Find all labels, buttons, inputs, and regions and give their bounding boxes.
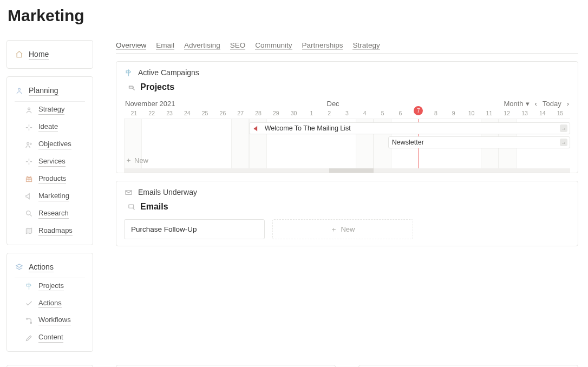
svg-point-3 [30,143,31,145]
chevron-right-icon: › [567,100,569,108]
calendar-event-newsletter[interactable]: Newsletter → [388,136,570,148]
calendar-body[interactable]: 7 Welcome To The Mailing List → Newslett… [124,119,570,168]
tab-label: SEO [230,41,246,50]
calendar-left-label: November 2021 [125,100,175,108]
calendar-event-welcome[interactable]: Welcome To The Mailing List → [249,122,570,134]
tab-strategy[interactable]: Strategy [352,40,380,53]
calendar-next-button[interactable]: › [567,100,569,108]
sidebar-sub-label: Research [38,209,69,219]
signpost-arrow-icon [127,83,136,91]
planning-item-services[interactable]: Services [24,155,85,169]
megaphone-red-icon [253,124,262,133]
home-icon [15,50,23,59]
megaphone-icon [24,192,33,201]
person-icon [24,106,33,114]
sidebar-sub-label: Workflows [38,316,71,325]
calendar-day-header: 1 [303,110,321,116]
calendar-day-header: 12 [498,110,516,116]
calendar-day-column[interactable] [213,119,231,168]
event-label: Welcome To The Mailing List [265,124,351,132]
sidebar-sub-label: Objectives [38,140,71,149]
calendar-day-header: 25 [196,110,214,116]
person-icon [15,87,23,95]
planning-item-objectives[interactable]: Objectives [24,137,85,152]
projects-heading: Projects [140,82,174,92]
planning-item-research[interactable]: Research [24,207,85,221]
calendar-today-button[interactable]: Today [543,100,561,108]
calendar-day-column[interactable] [195,119,213,168]
tab-advertising[interactable]: Advertising [184,40,220,53]
sparkle-icon [24,123,33,132]
actions-item-workflows[interactable]: Workflows [24,313,85,327]
actions-item-content[interactable]: Content [24,331,85,345]
key-objectives-card: Key Objectives Objectives 40% Email Open… [116,365,336,367]
sidebar-sub-label: Products [38,174,66,184]
tab-label: Strategy [352,41,380,50]
sparkle-icon [24,158,33,166]
email-add-new[interactable]: ＋ New [272,219,413,239]
gift-icon [24,175,33,184]
sidebar-sub-label: Roadmaps [38,226,73,236]
calendar-day-header: 28 [250,110,267,116]
calendar-day-header: 29 [267,110,285,116]
svg-point-6 [26,318,28,319]
arrow-right-icon: → [560,139,567,146]
svg-point-0 [18,88,20,90]
search-icon [24,209,33,218]
people-icon [24,140,33,149]
map-icon [24,227,33,235]
calendar-day-column[interactable] [231,119,249,168]
calendar-day-header: 13 [516,110,534,116]
tab-email[interactable]: Email [156,40,174,53]
layers-icon [15,263,23,271]
calendar-day-header: 10 [462,110,480,116]
calendar-add-new[interactable]: ＋ New [125,155,148,165]
tab-label: Community [255,41,292,50]
svg-point-7 [30,322,32,324]
calendar-day-header: 5 [374,110,391,116]
svg-point-5 [26,211,30,215]
tab-label: Overview [116,41,146,50]
tab-label: Advertising [184,41,220,50]
calendar-day-column[interactable] [178,119,195,168]
calendar-day-header: 24 [178,110,196,116]
tab-label: Partnerships [302,41,343,50]
actions-item-actions[interactable]: Actions [24,297,85,311]
sidebar-heading-actions[interactable]: Actions [15,260,85,274]
sidebar-sub-label: Services [38,157,66,167]
calendar-day-header: 14 [533,110,551,116]
signpost-icon [124,68,133,77]
sidebar-sub-label: Content [38,333,63,343]
calendar-scrollbar[interactable] [124,168,570,173]
calendar-day-header: 26 [214,110,232,116]
sidebar-group-actions: Actions ProjectsActionsWorkflowsContent [6,253,93,352]
calendar-day-column[interactable] [160,119,178,168]
plus-icon: ＋ [125,155,132,165]
actions-item-projects[interactable]: Projects [24,279,85,293]
planning-item-products[interactable]: Products [24,172,85,186]
section-title: Emails Underway [138,188,197,196]
sidebar-item-home[interactable]: Home [15,47,85,62]
tab-overview[interactable]: Overview [116,40,146,53]
envelope-icon [124,188,133,196]
calendar-day-header: 11 [480,110,498,116]
calendar-prev-button[interactable]: ‹ [535,100,537,108]
calendar-day-header: 9 [445,110,462,116]
planning-item-strategy[interactable]: Strategy [24,103,85,117]
sidebar-label: Actions [29,262,54,272]
planning-item-roadmaps[interactable]: Roadmaps [24,224,85,238]
calendar-granularity-select[interactable]: Month ▾ [504,100,529,108]
arrow-right-icon: → [560,124,567,132]
email-item[interactable]: Purchase Follow-Up [124,219,265,239]
planning-item-ideate[interactable]: Ideate [24,120,85,134]
tab-seo[interactable]: SEO [230,40,246,53]
tab-community[interactable]: Community [255,40,292,53]
calendar-mid-label: Dec [327,100,339,108]
calendar-day-header: 30 [285,110,303,116]
tab-partnerships[interactable]: Partnerships [302,40,343,53]
emails-heading: Emails [140,202,168,212]
calendar-day-header: 21 [125,110,143,116]
sidebar-heading-planning[interactable]: Planning [15,83,85,98]
planning-item-marketing[interactable]: Marketing [24,189,85,204]
calendar-day-header: 8 [427,110,445,116]
